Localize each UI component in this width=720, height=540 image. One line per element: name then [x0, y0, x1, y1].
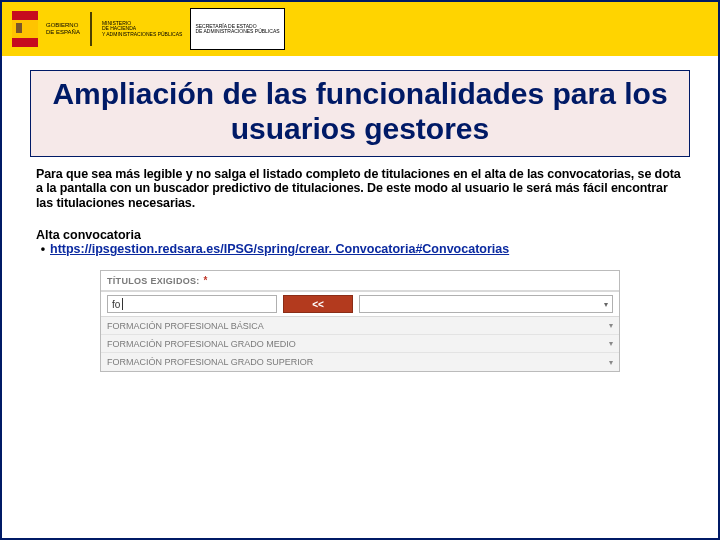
dropdown-option[interactable]: FORMACIÓN PROFESIONAL GRADO SUPERIOR ▾	[101, 353, 619, 371]
secretaria-line2: DE ADMINISTRACIONES PÚBLICAS	[195, 29, 279, 35]
autocomplete-dropdown: FORMACIÓN PROFESIONAL BÁSICA ▾ FORMACIÓN…	[101, 316, 619, 371]
gobierno-text: GOBIERNO DE ESPAÑA	[46, 8, 80, 50]
chevron-down-icon: ▾	[609, 358, 613, 367]
body-area: Para que sea más legible y no salga el l…	[2, 167, 718, 372]
chevron-down-icon: ▾	[604, 300, 608, 309]
title-box: Ampliación de las funcionalidades para l…	[30, 70, 690, 157]
form-screenshot: TÍTULOS EXIGIDOS: * fo << ▾ FORMACIÓN PR…	[100, 270, 620, 372]
ministerio-text: MINISTERIO DE HACIENDA Y ADMINISTRACIONE…	[102, 8, 182, 50]
chevron-down-icon: ▾	[609, 339, 613, 348]
dropdown-option[interactable]: FORMACIÓN PROFESIONAL BÁSICA ▾	[101, 317, 619, 335]
convocatoria-link[interactable]: https://ipsgestion.redsara.es/IPSG/sprin…	[50, 242, 509, 256]
divider	[90, 12, 92, 46]
dropdown-option-label: FORMACIÓN PROFESIONAL GRADO SUPERIOR	[107, 357, 313, 367]
dropdown-option[interactable]: FORMACIÓN PROFESIONAL GRADO MEDIO ▾	[101, 335, 619, 353]
spain-flag-icon	[12, 11, 38, 47]
bullet-dot: •	[36, 242, 50, 256]
add-button-label: <<	[312, 299, 324, 310]
search-input-value: fo	[112, 299, 120, 310]
government-banner: GOBIERNO DE ESPAÑA MINISTERIO DE HACIEND…	[2, 2, 718, 56]
section-label: Alta convocatoria	[36, 228, 684, 242]
secretaria-box: SECRETARÍA DE ESTADO DE ADMINISTRACIONES…	[190, 8, 284, 50]
titulos-label: TÍTULOS EXIGIDOS:	[107, 276, 200, 286]
intro-paragraph: Para que sea más legible y no salga el l…	[36, 167, 684, 210]
titulos-header: TÍTULOS EXIGIDOS: *	[101, 271, 619, 292]
bullet-row: • https://ipsgestion.redsara.es/IPSG/spr…	[36, 242, 684, 256]
required-asterisk-icon: *	[204, 275, 208, 286]
dropdown-option-label: FORMACIÓN PROFESIONAL GRADO MEDIO	[107, 339, 296, 349]
add-button[interactable]: <<	[283, 295, 353, 313]
search-row: fo << ▾	[101, 292, 619, 316]
chevron-down-icon: ▾	[609, 321, 613, 330]
dropdown-option-label: FORMACIÓN PROFESIONAL BÁSICA	[107, 321, 264, 331]
titulacion-search-input[interactable]: fo	[107, 295, 277, 313]
titulacion-select[interactable]: ▾	[359, 295, 613, 313]
slide-container: GOBIERNO DE ESPAÑA MINISTERIO DE HACIEND…	[0, 0, 720, 540]
slide-title: Ampliación de las funcionalidades para l…	[41, 77, 679, 146]
